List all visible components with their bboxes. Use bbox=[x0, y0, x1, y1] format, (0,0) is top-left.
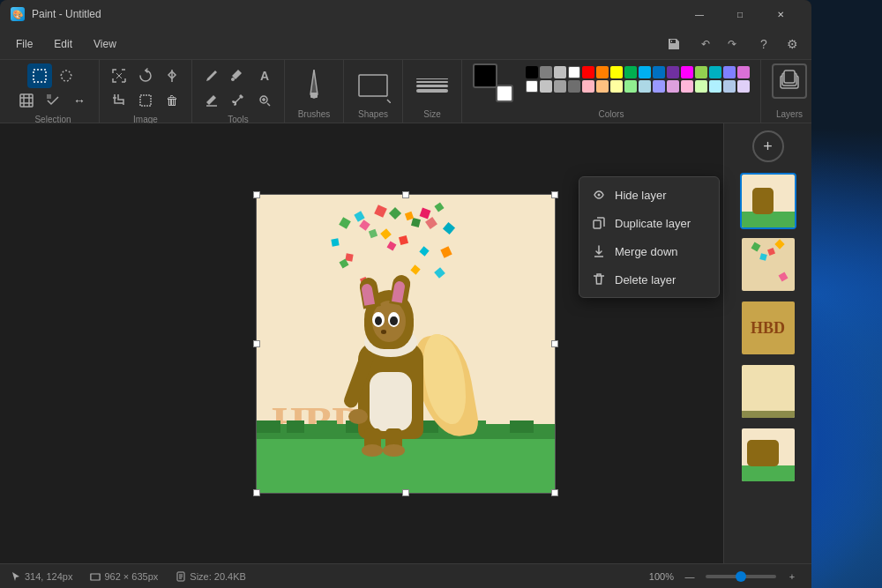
maximize-button[interactable]: □ bbox=[720, 0, 760, 28]
layer-item-5[interactable] bbox=[740, 427, 796, 483]
swatch-r2-6[interactable] bbox=[596, 80, 609, 93]
zoom-controls: 100% — + bbox=[649, 568, 801, 585]
drawing-canvas[interactable]: HBD bbox=[256, 194, 556, 494]
handle-bottom-middle[interactable] bbox=[402, 489, 409, 496]
zoom-slider-thumb[interactable] bbox=[736, 571, 746, 582]
handle-top-left[interactable] bbox=[253, 191, 260, 198]
swatch-green[interactable] bbox=[624, 66, 637, 78]
swatch-red[interactable] bbox=[582, 66, 594, 78]
swatch-lgray[interactable] bbox=[554, 66, 566, 78]
handle-top-middle[interactable] bbox=[402, 191, 409, 198]
swatch-cyan[interactable] bbox=[639, 66, 651, 78]
swatch-black[interactable] bbox=[526, 66, 538, 78]
swatch-r2-11[interactable] bbox=[667, 80, 679, 93]
duplicate-layer-item[interactable]: Duplicate layer bbox=[579, 209, 719, 237]
resize-tool[interactable] bbox=[107, 63, 131, 88]
layer-item-1[interactable] bbox=[740, 173, 796, 229]
swatch-r2-15[interactable] bbox=[723, 80, 736, 93]
layers-icon-btn[interactable] bbox=[772, 63, 807, 99]
eyedropper-tool[interactable] bbox=[226, 88, 250, 113]
menu-view[interactable]: View bbox=[85, 34, 125, 54]
rectangular-select-tool[interactable] bbox=[27, 63, 52, 88]
settings-button[interactable]: ⚙ bbox=[780, 32, 804, 56]
swatch-r2-3[interactable] bbox=[554, 80, 566, 93]
swatch-magenta[interactable] bbox=[681, 66, 693, 78]
minimize-button[interactable]: — bbox=[679, 0, 720, 28]
merge-down-icon bbox=[592, 244, 606, 258]
swatch-r2-7[interactable] bbox=[610, 80, 623, 93]
swatch-r2-13[interactable] bbox=[695, 80, 707, 93]
swatch-r2-8[interactable] bbox=[624, 80, 637, 93]
menu-edit[interactable]: Edit bbox=[45, 34, 81, 54]
pencil-tool[interactable] bbox=[199, 63, 224, 88]
primary-color[interactable] bbox=[473, 63, 497, 88]
swatch-white[interactable] bbox=[568, 66, 580, 78]
swatch-r2-10[interactable] bbox=[653, 80, 665, 93]
select-invert-tool[interactable]: ↔ bbox=[67, 88, 92, 113]
swatch-orange[interactable] bbox=[596, 66, 609, 78]
delete-layer-item[interactable]: Delete layer bbox=[579, 265, 719, 294]
swatch-lavender[interactable] bbox=[737, 66, 750, 78]
zoom-tool[interactable] bbox=[252, 88, 277, 113]
brush-selector[interactable] bbox=[292, 63, 336, 108]
swatch-dgray[interactable] bbox=[540, 66, 552, 78]
handle-bottom-left[interactable] bbox=[253, 489, 260, 496]
color-swatches bbox=[526, 66, 750, 93]
handle-top-right[interactable] bbox=[551, 191, 558, 198]
swatch-r2-2[interactable] bbox=[540, 80, 552, 93]
handle-bottom-right[interactable] bbox=[551, 489, 558, 496]
delete-layer-icon bbox=[592, 272, 606, 287]
layer-item-3[interactable]: HBD bbox=[740, 300, 796, 356]
canvas-dimensions: 962 × 635px bbox=[90, 571, 158, 582]
shape-selector[interactable] bbox=[351, 63, 395, 108]
redo-button[interactable]: ↷ bbox=[720, 32, 744, 56]
swatch-r2-5[interactable] bbox=[582, 80, 594, 93]
swatch-periwinkle[interactable] bbox=[723, 66, 736, 78]
swatch-r2-1[interactable] bbox=[526, 80, 538, 93]
swatch-lime[interactable] bbox=[695, 66, 707, 78]
merge-down-item[interactable]: Merge down bbox=[579, 237, 719, 265]
select-area-tool[interactable] bbox=[133, 88, 158, 113]
zoom-in-button[interactable]: + bbox=[783, 568, 801, 585]
zoom-out-button[interactable]: — bbox=[681, 568, 699, 585]
freeform-select-tool[interactable] bbox=[54, 63, 78, 88]
swatch-r2-12[interactable] bbox=[681, 80, 693, 93]
layer-item-2[interactable] bbox=[740, 236, 796, 293]
menu-file[interactable]: File bbox=[7, 34, 41, 54]
help-button[interactable]: ? bbox=[751, 32, 776, 56]
menu-actions: ↶ ↷ ? ⚙ bbox=[662, 32, 804, 56]
save-button[interactable] bbox=[662, 32, 686, 56]
swatch-blue[interactable] bbox=[653, 66, 665, 78]
close-button[interactable]: ✕ bbox=[760, 0, 801, 28]
secondary-color[interactable] bbox=[496, 85, 513, 102]
status-bar: 314, 124px 962 × 635px Size: 20.4KB 100%… bbox=[0, 563, 811, 588]
handle-middle-right[interactable] bbox=[551, 340, 558, 347]
select-all-tool[interactable] bbox=[14, 88, 39, 113]
swatch-yellow[interactable] bbox=[610, 66, 623, 78]
delete-tool[interactable]: 🗑 bbox=[160, 88, 184, 113]
main-content: HBD bbox=[0, 123, 811, 563]
title-bar: 🎨 Paint - Untitled — □ ✕ bbox=[0, 0, 811, 28]
filesize-icon bbox=[176, 571, 186, 582]
undo-button[interactable]: ↶ bbox=[693, 32, 718, 56]
swatch-sky[interactable] bbox=[709, 66, 721, 78]
handle-middle-left[interactable] bbox=[253, 340, 260, 347]
add-layer-button[interactable]: + bbox=[752, 130, 784, 162]
flip-tool[interactable] bbox=[160, 63, 184, 88]
size-selector[interactable] bbox=[410, 63, 454, 108]
swatch-r2-9[interactable] bbox=[639, 80, 651, 93]
layer-item-4[interactable] bbox=[740, 363, 796, 420]
rotate-tool[interactable] bbox=[133, 63, 158, 88]
eraser-tool[interactable] bbox=[199, 88, 224, 113]
swatch-r2-4[interactable] bbox=[568, 80, 580, 93]
hide-layer-item[interactable]: Hide layer bbox=[579, 181, 719, 209]
text-tool[interactable]: A bbox=[252, 63, 277, 88]
zoom-slider[interactable] bbox=[706, 575, 776, 578]
swatch-r2-16[interactable] bbox=[737, 80, 750, 93]
fill-tool[interactable] bbox=[226, 63, 250, 88]
swatch-indigo[interactable] bbox=[667, 66, 679, 78]
swatch-r2-14[interactable] bbox=[709, 80, 721, 93]
undo-redo-group: ↶ ↷ bbox=[693, 32, 744, 56]
select-option-btn[interactable] bbox=[41, 88, 65, 113]
crop-tool[interactable] bbox=[107, 88, 131, 113]
